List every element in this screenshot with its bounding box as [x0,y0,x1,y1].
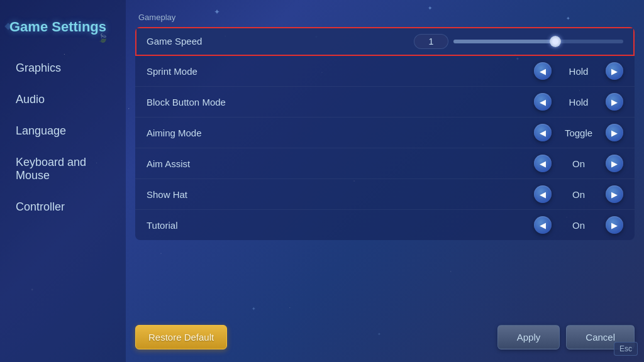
block-button-mode-right-arrow[interactable]: ▶ [606,93,623,111]
block-button-mode-control: ◀ Hold ▶ [534,93,623,111]
aiming-mode-label: Aiming Mode [147,128,534,138]
aiming-mode-right-arrow[interactable]: ▶ [606,124,623,141]
sidebar-item-audio[interactable]: Audio [9,85,116,114]
setting-row-block-button-mode: Block Button Mode ◀ Hold ▶ [135,87,635,118]
block-button-mode-left-arrow[interactable]: ◀ [534,93,552,111]
sprint-mode-label: Sprint Mode [147,66,534,77]
aiming-mode-value: Toggle [557,128,601,138]
tutorial-value: On [557,220,601,231]
setting-row-sprint-mode: Sprint Mode ◀ Hold ▶ [135,56,635,87]
sidebar-item-language[interactable]: Language [9,117,116,145]
aim-assist-control: ◀ On ▶ [534,155,623,172]
setting-row-aiming-mode: Aiming Mode ◀ Toggle ▶ [135,118,635,148]
aim-assist-label: Aim Assist [147,158,534,169]
sidebar-item-graphics[interactable]: Graphics [9,54,116,82]
sprint-mode-right-arrow[interactable]: ▶ [606,62,623,80]
aim-assist-left-arrow[interactable]: ◀ [534,155,552,172]
main-content: Gameplay Game Speed 1 Sprint Mode ◀ Hold [135,13,635,353]
sprint-mode-value: Hold [557,66,601,77]
show-hat-control: ◀ On ▶ [534,185,623,203]
game-speed-value: 1 [414,34,448,49]
page-title: Game Settings [9,19,116,35]
show-hat-value: On [557,189,601,200]
game-speed-label: Game Speed [147,36,414,47]
sidebar-item-controller[interactable]: Controller [9,193,116,221]
tutorial-right-arrow[interactable]: ▶ [606,216,623,234]
setting-row-tutorial: Tutorial ◀ On ▶ [135,210,635,240]
esc-badge[interactable]: Esc [614,342,638,356]
show-hat-left-arrow[interactable]: ◀ [534,185,552,203]
sprint-mode-control: ◀ Hold ▶ [534,62,623,80]
apply-button[interactable]: Apply [497,325,560,349]
aiming-mode-control: ◀ Toggle ▶ [534,124,623,141]
aim-assist-right-arrow[interactable]: ▶ [606,155,623,172]
sidebar: Game Settings Graphics Audio Language Ke… [0,0,126,362]
tutorial-label: Tutorial [147,220,534,231]
section-label: Gameplay [135,13,635,22]
block-button-mode-label: Block Button Mode [147,97,534,107]
tutorial-left-arrow[interactable]: ◀ [534,216,552,234]
sprint-mode-left-arrow[interactable]: ◀ [534,62,552,80]
block-button-mode-value: Hold [557,97,601,107]
tutorial-control: ◀ On ▶ [534,216,623,234]
setting-row-game-speed: Game Speed 1 [135,27,635,56]
restore-default-button[interactable]: Restore Default [135,325,227,349]
setting-row-show-hat: Show Hat ◀ On ▶ [135,179,635,210]
show-hat-label: Show Hat [147,189,534,200]
aiming-mode-left-arrow[interactable]: ◀ [534,124,552,141]
game-speed-control: 1 [414,34,623,49]
aim-assist-value: On [557,158,601,169]
bottom-bar: Restore Default Apply Cancel [135,325,635,349]
show-hat-right-arrow[interactable]: ▶ [606,185,623,203]
sidebar-item-keyboard[interactable]: Keyboard and Mouse [9,148,116,190]
settings-panel: Game Speed 1 Sprint Mode ◀ Hold ▶ [135,27,635,240]
setting-row-aim-assist: Aim Assist ◀ On ▶ [135,148,635,179]
game-speed-slider[interactable] [453,40,623,43]
